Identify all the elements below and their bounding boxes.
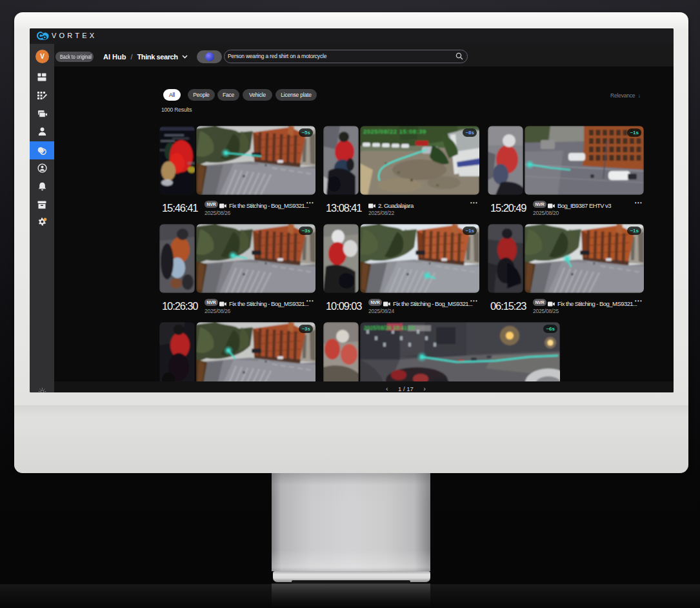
svg-text:2025/08/22 15:08:39: 2025/08/22 15:08:39 [363, 128, 426, 135]
svg-text:2025/08/26 18:41:05: 2025/08/26 18:41:05 [364, 325, 415, 331]
